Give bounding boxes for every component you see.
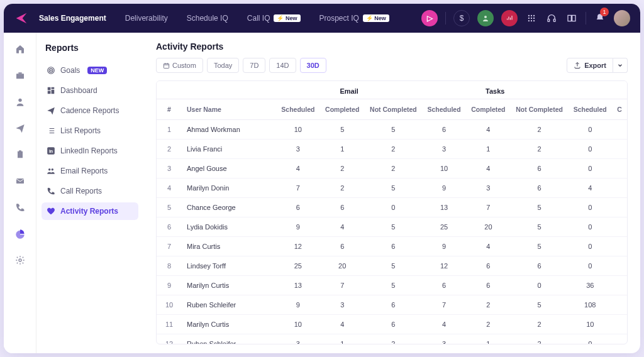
user-status-icon[interactable]	[477, 10, 494, 26]
people-icon	[47, 167, 55, 175]
pie-icon[interactable]	[14, 228, 26, 240]
mail-icon[interactable]	[14, 175, 26, 187]
briefcase-icon[interactable]	[14, 69, 26, 82]
sidebar-item-linkedin-reports[interactable]: inLinkedIn Reports	[42, 142, 138, 160]
dollar-icon[interactable]: $	[453, 10, 470, 26]
dialpad-icon[interactable]	[525, 10, 538, 26]
svg-rect-29	[164, 63, 169, 68]
sidebar-item-goals[interactable]: GoalsNEW	[42, 62, 138, 79]
svg-point-5	[531, 18, 532, 19]
svg-rect-21	[48, 87, 51, 91]
avatar[interactable]	[614, 10, 630, 26]
sidebar-item-call-reports[interactable]: Call Reports	[42, 182, 138, 200]
range-30d[interactable]: 30D	[300, 58, 326, 73]
range-today[interactable]: Today	[207, 58, 239, 73]
chevron-down-icon	[617, 62, 623, 69]
sidebar-item-list-reports[interactable]: List Reports	[42, 122, 138, 140]
svg-text:in: in	[49, 149, 53, 153]
svg-rect-14	[18, 151, 23, 158]
svg-point-3	[533, 15, 535, 16]
send-icon[interactable]	[14, 122, 26, 135]
range-custom[interactable]: Custom	[156, 58, 203, 73]
topnav-item-1[interactable]: Deliverability	[125, 14, 168, 23]
headset-icon[interactable]	[545, 10, 558, 26]
svg-point-9	[533, 20, 535, 21]
range-7d[interactable]: 7D	[243, 58, 265, 73]
topbar: Sales EngagementDeliverabilitySchedule I…	[4, 4, 640, 33]
svg-point-4	[528, 18, 530, 19]
svg-point-13	[18, 99, 21, 102]
col-8: Scheduled	[568, 99, 612, 120]
table-row[interactable]: 6Lydia Dokidis945252050	[157, 217, 627, 237]
col-7: Not Completed	[511, 99, 569, 120]
table-row[interactable]: 8Lindsey Torff2520512660	[157, 256, 627, 276]
new-badge: ⚡ New	[363, 14, 389, 22]
phone-icon	[47, 187, 55, 195]
table-row[interactable]: 1Ahmad Workman10556420	[157, 120, 627, 140]
export-dropdown[interactable]	[613, 58, 628, 73]
sidebar-item-email-reports[interactable]: Email Reports	[42, 162, 138, 180]
person-icon[interactable]	[14, 96, 26, 108]
svg-point-2	[531, 15, 532, 16]
gear-icon[interactable]	[14, 254, 26, 266]
col-0: #	[157, 99, 182, 120]
svg-point-28	[52, 168, 54, 171]
new-pill: NEW	[87, 67, 107, 74]
col-3: Completed	[320, 99, 365, 120]
table-row[interactable]: 7Mira Curtis12669450	[157, 237, 627, 256]
topnav-item-0[interactable]: Sales Engagement	[39, 14, 106, 23]
notification-badge: 1	[600, 8, 609, 16]
svg-rect-23	[52, 90, 55, 94]
top-nav: Sales EngagementDeliverabilitySchedule I…	[39, 14, 421, 23]
svg-point-20	[50, 70, 51, 70]
app-logo[interactable]	[14, 11, 29, 26]
table-row[interactable]: 9Marilyn Curtis137566036	[157, 276, 627, 295]
topnav-item-2[interactable]: Schedule IQ	[187, 14, 228, 23]
svg-rect-11	[553, 19, 555, 21]
topnav-item-3[interactable]: Call IQ⚡ New	[247, 14, 301, 23]
phone-icon[interactable]	[14, 201, 26, 214]
book-icon[interactable]	[565, 10, 578, 26]
home-icon[interactable]	[14, 43, 26, 55]
export-icon	[574, 62, 581, 69]
col-5: Scheduled	[422, 99, 466, 120]
table-row[interactable]: 12Ruben Schleifer3123120	[157, 334, 627, 345]
sidebar-item-activity-reports[interactable]: Activity Reports	[42, 202, 138, 220]
svg-point-1	[528, 15, 530, 16]
col-9: C	[612, 99, 627, 120]
bell-icon[interactable]: 1	[594, 10, 606, 26]
range-14d[interactable]: 14D	[269, 58, 296, 73]
dashboard-icon	[47, 86, 55, 95]
page-title: Activity Reports	[156, 41, 628, 52]
activity-table[interactable]: Email Tasks #User NameScheduledCompleted…	[156, 80, 628, 344]
svg-point-7	[528, 20, 530, 21]
play-badge-icon[interactable]: ▷	[421, 10, 438, 26]
svg-rect-22	[52, 87, 55, 89]
export-button[interactable]: Export	[567, 58, 613, 73]
table-row[interactable]: 3Angel Gouse42210460	[157, 159, 627, 178]
table-row[interactable]: 5Chance George66013750	[157, 198, 627, 217]
topnav-item-4[interactable]: Prospect IQ⚡ New	[319, 14, 389, 23]
svg-rect-12	[16, 74, 24, 79]
range-selector: CustomToday7D14D30D	[156, 58, 326, 73]
analytics-icon[interactable]	[501, 10, 518, 26]
svg-rect-10	[548, 19, 550, 21]
left-rail	[4, 33, 36, 353]
table-row[interactable]: 10Ruben Schleifer936725108	[157, 295, 627, 315]
new-badge: ⚡ New	[274, 14, 300, 22]
toolbar: CustomToday7D14D30D Export	[143, 58, 640, 80]
sidebar-item-cadence-reports[interactable]: Cadence Reports	[42, 102, 138, 119]
send-icon	[47, 106, 55, 115]
clipboard-icon[interactable]	[14, 148, 26, 161]
col-4: Not Completed	[365, 99, 423, 120]
table-row[interactable]: 11Marilyn Curtis104642210	[157, 315, 627, 334]
svg-point-0	[484, 16, 487, 18]
svg-point-17	[19, 259, 21, 261]
list-icon	[47, 126, 55, 135]
sidebar-title: Reports	[42, 43, 138, 53]
linkedin-icon: in	[47, 146, 55, 155]
reports-sidebar: Reports GoalsNEWDashboardCadence Reports…	[36, 33, 143, 353]
sidebar-item-dashboard[interactable]: Dashboard	[42, 82, 138, 99]
table-row[interactable]: 2Livia Franci3123120	[157, 140, 627, 159]
table-row[interactable]: 4Marilyn Donin7259364	[157, 178, 627, 198]
